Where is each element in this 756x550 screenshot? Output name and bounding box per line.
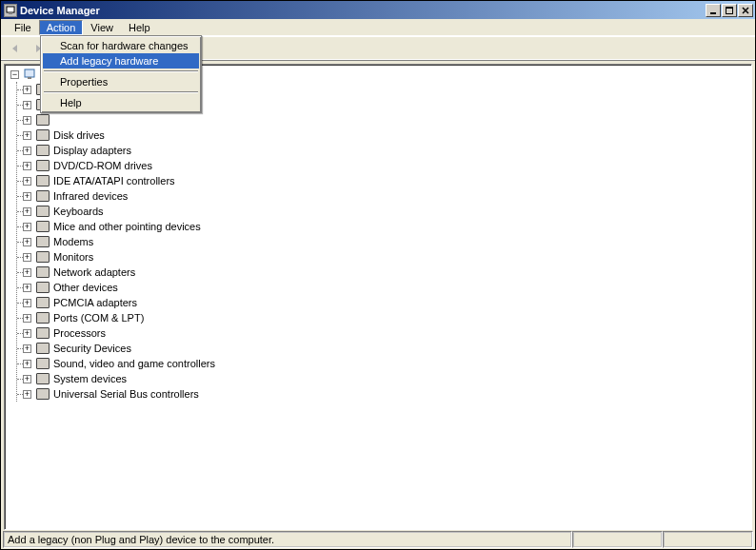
tree-item[interactable]: Disk drives [23, 128, 751, 143]
menu-file[interactable]: File [7, 20, 39, 35]
expand-icon[interactable] [23, 162, 31, 170]
close-button[interactable] [738, 4, 753, 17]
device-category-icon [35, 219, 50, 234]
tree-item-label: Keyboards [53, 206, 104, 217]
tree-item-label: Processors [53, 327, 106, 339]
expand-icon[interactable] [23, 192, 31, 201]
expand-icon[interactable] [23, 375, 31, 383]
device-category-icon [35, 249, 50, 265]
expand-icon[interactable] [23, 390, 31, 399]
expand-icon[interactable] [23, 314, 31, 323]
menu-help[interactable]: Help [121, 20, 158, 35]
device-category-icon [35, 128, 50, 143]
device-category-icon [35, 204, 50, 219]
tree-item[interactable]: Universal Serial Bus controllers [23, 386, 751, 402]
tree-item-label: Infrared devices [53, 190, 128, 202]
expand-icon[interactable] [23, 360, 31, 368]
menu-action[interactable]: Action [39, 20, 84, 35]
expand-icon[interactable] [23, 223, 31, 231]
device-category-icon [35, 356, 50, 371]
tree-item-label: Ports (COM & LPT) [53, 312, 144, 324]
window-title: Device Manager [20, 5, 100, 16]
device-category-icon [35, 325, 50, 341]
tree-item-label: Modems [53, 236, 93, 247]
expand-icon[interactable] [23, 238, 31, 246]
device-category-icon [35, 310, 50, 325]
expand-icon[interactable] [23, 268, 31, 277]
minimize-button[interactable] [706, 4, 721, 17]
svg-rect-8 [28, 77, 31, 79]
tree-item[interactable]: PCMCIA adapters [23, 295, 751, 310]
status-panel-2 [572, 531, 663, 548]
tree-item[interactable]: Modems [23, 234, 751, 249]
tree-item[interactable] [23, 112, 751, 128]
menu-item-properties[interactable]: Properties [43, 74, 199, 89]
back-button[interactable] [5, 39, 26, 58]
tree-item[interactable]: Security Devices [23, 341, 751, 356]
expand-icon[interactable] [23, 131, 31, 140]
tree-item-label: Universal Serial Bus controllers [53, 388, 199, 400]
expand-icon[interactable] [23, 116, 31, 125]
status-bar: Add a legacy (non Plug and Play) device … [3, 531, 753, 548]
tree-item[interactable]: Mice and other pointing devices [23, 219, 751, 234]
tree-item-label: System devices [53, 373, 127, 384]
device-category-icon [35, 173, 50, 188]
action-dropdown: Scan for hardware changes Add legacy har… [40, 35, 202, 113]
expand-icon[interactable] [23, 86, 31, 94]
tree-item[interactable]: Infrared devices [23, 188, 751, 204]
expand-icon[interactable] [23, 147, 31, 155]
title-bar: Device Manager [1, 1, 755, 19]
expand-icon[interactable] [23, 299, 31, 307]
tree-item[interactable]: Sound, video and game controllers [23, 356, 751, 371]
svg-rect-7 [25, 69, 34, 77]
tree-item-label: Sound, video and game controllers [53, 358, 215, 369]
menu-item-scan-hardware[interactable]: Scan for hardware changes [43, 38, 199, 53]
expand-icon[interactable] [23, 207, 31, 216]
svg-rect-4 [726, 7, 733, 9]
window-controls [706, 4, 755, 17]
menu-bar: File Action View Help [1, 19, 755, 36]
tree-item[interactable]: System devices [23, 371, 751, 386]
device-category-icon [35, 158, 50, 173]
expand-icon[interactable] [23, 101, 31, 109]
tree-item[interactable]: IDE ATA/ATAPI controllers [23, 173, 751, 188]
tree-item[interactable]: Monitors [23, 249, 751, 265]
menu-separator [44, 91, 198, 93]
device-category-icon [35, 265, 50, 280]
expand-icon[interactable] [23, 253, 31, 262]
svg-rect-2 [710, 12, 716, 14]
tree-item-label: Network adapters [53, 266, 135, 278]
expand-icon[interactable] [23, 329, 31, 338]
menu-item-help[interactable]: Help [43, 95, 199, 110]
tree-item-label: IDE ATA/ATAPI controllers [53, 175, 175, 187]
device-category-icon [35, 295, 50, 310]
tree-item[interactable]: Processors [23, 325, 751, 341]
status-panel-3 [663, 531, 753, 548]
menu-separator [44, 70, 198, 72]
device-category-icon [35, 188, 50, 204]
tree-item[interactable]: Keyboards [23, 204, 751, 219]
menu-item-add-legacy-hardware[interactable]: Add legacy hardware [43, 53, 199, 69]
expand-icon[interactable] [23, 284, 31, 292]
expand-icon[interactable] [23, 344, 31, 353]
svg-rect-0 [7, 7, 14, 12]
device-category-icon [35, 234, 50, 249]
tree-item-label: Other devices [53, 282, 118, 293]
maximize-button[interactable] [722, 4, 737, 17]
menu-view[interactable]: View [83, 20, 121, 35]
computer-icon [23, 67, 38, 82]
device-category-icon [35, 112, 50, 128]
tree-item[interactable]: Display adapters [23, 143, 751, 158]
collapse-icon[interactable] [10, 70, 19, 79]
device-category-icon [35, 280, 50, 295]
tree-item[interactable]: Network adapters [23, 265, 751, 280]
device-category-icon [35, 341, 50, 356]
tree-item[interactable]: DVD/CD-ROM drives [23, 158, 751, 173]
tree-item-label: DVD/CD-ROM drives [53, 160, 152, 171]
tree-item[interactable]: Other devices [23, 280, 751, 295]
expand-icon[interactable] [23, 177, 31, 186]
tree-item[interactable]: Ports (COM & LPT) [23, 310, 751, 325]
svg-rect-1 [9, 12, 12, 14]
device-category-icon [35, 143, 50, 158]
tree-item-label: Monitors [53, 251, 93, 263]
